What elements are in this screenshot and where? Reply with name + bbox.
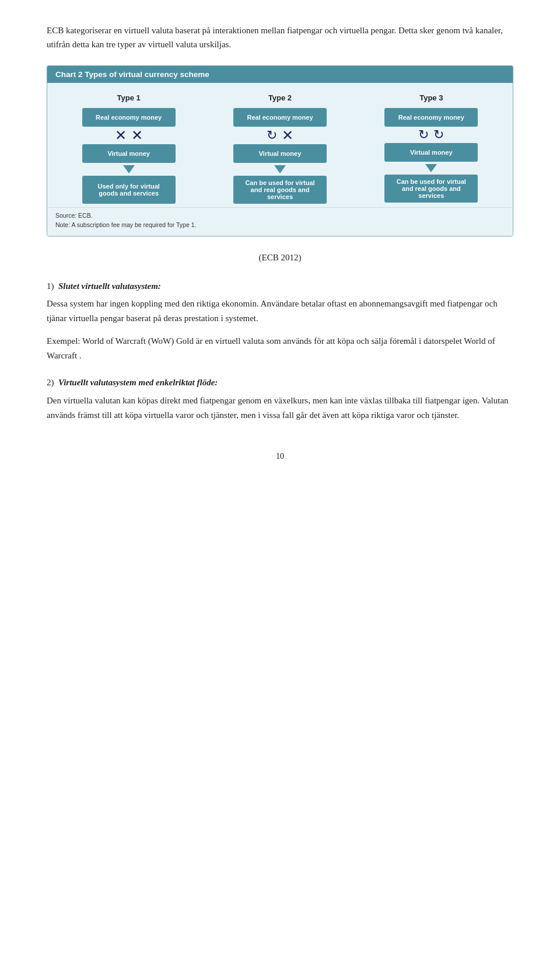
section-1: 1) Slutet virtuellt valutasystem: Dessa …	[47, 279, 513, 363]
type1-label: Type 1	[117, 93, 141, 102]
type1-box1: Real economy money	[82, 108, 176, 127]
section-2-number: 2)	[47, 378, 54, 387]
chart-col-type2: Type 2 Real economy money ↻ ✕ Virtual mo…	[216, 93, 344, 204]
type3-box1: Real economy money	[384, 108, 478, 127]
section-2-body: Den virtuella valutan kan köpas direkt m…	[47, 393, 513, 423]
page-number: 10	[47, 452, 513, 461]
chart-source: Source: ECB.	[55, 211, 505, 221]
type3-arrows: ↻ ↻	[418, 128, 444, 141]
section-1-body: Dessa system har ingen koppling med den …	[47, 297, 513, 326]
chart-columns: Type 1 Real economy money ✕ ✕ Virtual mo…	[53, 93, 507, 204]
type1-arrows: ✕ ✕	[115, 128, 143, 142]
section-1-number: 1)	[47, 281, 54, 291]
type3-label: Type 3	[419, 93, 443, 102]
type3-down-arrow	[425, 164, 437, 172]
chart-footer: Source: ECB. Note: A subscription fee ma…	[47, 207, 513, 236]
type2-label: Type 2	[268, 93, 292, 102]
type3-box2: Virtual money	[384, 143, 478, 162]
ecb-reference: (ECB 2012)	[47, 253, 513, 263]
type2-box3: Can be used for virtual and real goods a…	[233, 176, 327, 204]
section-1-example: Exempel: World of Warcraft (WoW) Gold är…	[47, 334, 513, 363]
section-2-title: Virtuellt valutasystem med enkelriktat f…	[58, 378, 218, 387]
cross-icon-2: ✕	[131, 128, 143, 142]
type2-box2: Virtual money	[233, 144, 327, 163]
cross-icon-3: ✕	[282, 128, 293, 142]
chart-body: Type 1 Real economy money ✕ ✕ Virtual mo…	[47, 83, 513, 207]
type2-arrows: ↻ ✕	[267, 128, 293, 142]
intro-paragraph: ECB kategoriserar en virtuell valuta bas…	[47, 23, 513, 51]
type1-down-arrow	[123, 165, 135, 173]
chart-note: Note: A subscription fee may be required…	[55, 221, 505, 230]
type3-box3: Can be used for virtual and real goods a…	[384, 175, 478, 203]
curved-arrow-icon: ↻	[267, 129, 277, 142]
chart-col-type3: Type 3 Real economy money ↻ ↻ Virtual mo…	[367, 93, 495, 203]
chart-title: Chart 2 Types of virtual currency scheme	[47, 66, 513, 83]
chart-col-type1: Type 1 Real economy money ✕ ✕ Virtual mo…	[65, 93, 193, 204]
curved-arrow-icon-2: ↻	[433, 128, 444, 141]
section-1-title: Slutet virtuellt valutasystem:	[58, 281, 161, 291]
type2-down-arrow	[274, 165, 286, 173]
section-1-intro: 1) Slutet virtuellt valutasystem:	[47, 279, 513, 294]
type1-box3: Used only for virtual goods and services	[82, 176, 176, 204]
section-2-intro: 2) Virtuellt valutasystem med enkelrikta…	[47, 375, 513, 390]
cross-icon-1: ✕	[115, 128, 127, 142]
curved-arrow-icon-1: ↻	[418, 128, 429, 141]
type2-box1: Real economy money	[233, 108, 327, 127]
section-2: 2) Virtuellt valutasystem med enkelrikta…	[47, 375, 513, 422]
chart-container: Chart 2 Types of virtual currency scheme…	[47, 65, 513, 236]
type1-box2: Virtual money	[82, 144, 176, 163]
